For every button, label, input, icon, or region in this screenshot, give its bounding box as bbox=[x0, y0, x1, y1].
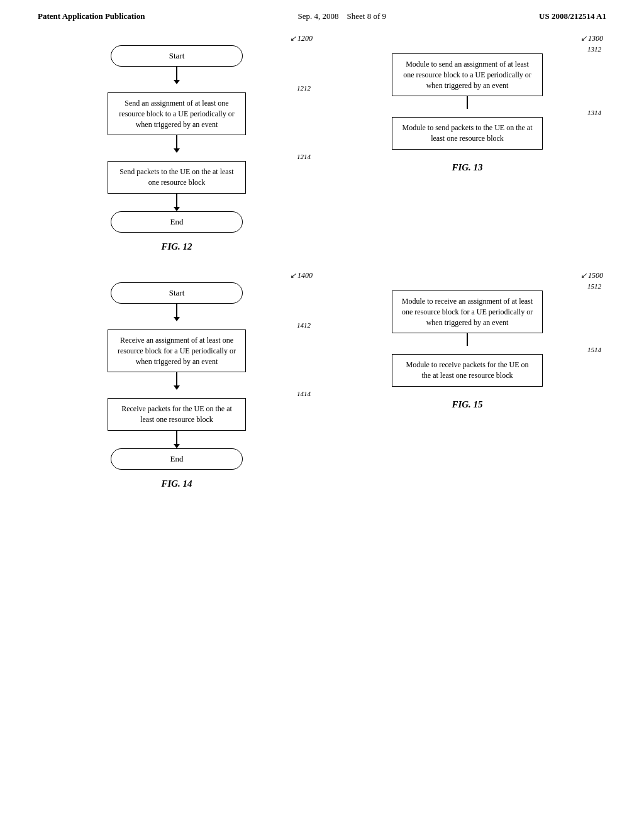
fig15-num-row: 1500 bbox=[328, 271, 606, 280]
fig12-arrow3 bbox=[174, 194, 180, 211]
fig13-col: 1300 1312 Module to send an assignment o… bbox=[328, 34, 606, 252]
fig14-box1: Receive an assignment of at least one re… bbox=[108, 329, 246, 372]
fig14-num: 1400 bbox=[290, 271, 313, 280]
header-date: Sep. 4, 2008 bbox=[298, 11, 339, 21]
fig14-box2: Receive packets for the UE on the at lea… bbox=[108, 398, 246, 431]
fig13-ref1314: 1314 bbox=[328, 109, 606, 116]
fig14-arrow2 bbox=[174, 372, 180, 390]
fig15-num: 1500 bbox=[580, 271, 603, 280]
fig13-label: FIG. 13 bbox=[452, 162, 482, 173]
fig12-box2: Send packets to the UE on the at least o… bbox=[108, 161, 246, 194]
fig12-start: Start bbox=[111, 45, 243, 67]
header-publication: Patent Application Publication bbox=[38, 11, 145, 21]
fig12-label: FIG. 12 bbox=[161, 241, 192, 252]
header-date-sheet: Sep. 4, 2008 Sheet 8 of 9 bbox=[298, 11, 386, 21]
fig14-label: FIG. 14 bbox=[161, 479, 192, 489]
fig14-start: Start bbox=[111, 282, 243, 304]
header-sheet: Sheet 8 of 9 bbox=[347, 11, 386, 21]
fig12-arrow1 bbox=[174, 67, 180, 84]
fig14-ref1412: 1412 bbox=[38, 321, 316, 329]
fig13-box1: Module to send an assignment of at least… bbox=[392, 53, 543, 96]
fig13-module: 1300 1312 Module to send an assignment o… bbox=[328, 34, 606, 173]
header-patent-num: US 2008/212514 A1 bbox=[539, 11, 606, 21]
fig15-ref1512: 1512 bbox=[328, 282, 606, 290]
fig15-module: 1500 1512 Module to receive an assignmen… bbox=[328, 271, 606, 410]
fig14-arrow1 bbox=[174, 304, 180, 321]
fig12-col: 1200 Start 1212 Send an assignment of at… bbox=[38, 34, 316, 252]
page-header: Patent Application Publication Sep. 4, 2… bbox=[0, 0, 644, 28]
fig14-flow: 1400 Start 1412 Receive an assignment of… bbox=[38, 271, 316, 489]
fig15-line1 bbox=[467, 333, 468, 346]
fig15-box2: Module to receive packets for the UE on … bbox=[392, 354, 543, 387]
fig12-end: End bbox=[111, 211, 243, 233]
fig12-ref1214: 1214 bbox=[38, 153, 316, 160]
fig15-ref1514: 1514 bbox=[328, 346, 606, 353]
fig12-box1: Send an assignment of at least one resou… bbox=[108, 92, 246, 135]
fig15-label: FIG. 15 bbox=[452, 399, 482, 410]
fig14-col: 1400 Start 1412 Receive an assignment of… bbox=[38, 271, 316, 489]
fig14-ref1414: 1414 bbox=[38, 390, 316, 397]
fig15-col: 1500 1512 Module to receive an assignmen… bbox=[328, 271, 606, 489]
fig12-num-row: 1200 bbox=[38, 34, 316, 43]
fig12-num: 1200 bbox=[290, 34, 313, 43]
fig14-arrow3 bbox=[174, 431, 180, 448]
fig13-num: 1300 bbox=[580, 34, 603, 43]
bottom-diagrams-row: 1400 Start 1412 Receive an assignment of… bbox=[38, 271, 606, 489]
top-diagrams-row: 1200 Start 1212 Send an assignment of at… bbox=[38, 34, 606, 252]
fig15-box1: Module to receive an assignment of at le… bbox=[392, 290, 543, 333]
fig12-arrow2 bbox=[174, 135, 180, 153]
fig13-ref1312: 1312 bbox=[328, 45, 606, 53]
fig14-end: End bbox=[111, 448, 243, 470]
fig14-num-row: 1400 bbox=[38, 271, 316, 280]
main-content: 1200 Start 1212 Send an assignment of at… bbox=[0, 28, 644, 521]
fig13-line1 bbox=[467, 96, 468, 109]
fig13-box2: Module to send packets to the UE on the … bbox=[392, 117, 543, 150]
fig13-num-row: 1300 bbox=[328, 34, 606, 43]
fig12-ref1212: 1212 bbox=[38, 84, 316, 92]
fig12-flow: 1200 Start 1212 Send an assignment of at… bbox=[38, 34, 316, 252]
